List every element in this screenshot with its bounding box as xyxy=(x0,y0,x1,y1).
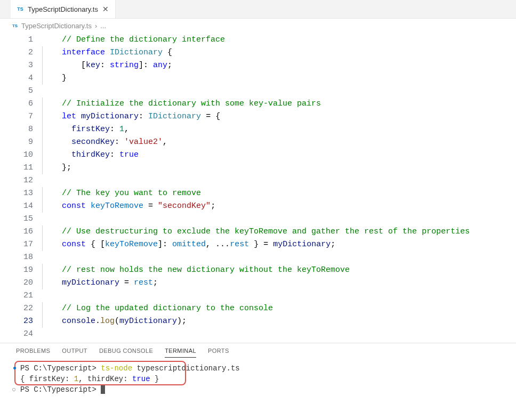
line-number: 8 xyxy=(11,123,33,136)
line-number-gutter: 123456789101112131415161718192021222324 xyxy=(0,34,43,343)
panel-tab-problems[interactable]: PROBLEMS xyxy=(16,348,50,358)
code-line[interactable]: interface IDictionary { xyxy=(43,46,516,59)
line-number: 24 xyxy=(11,328,33,341)
panel-tab-terminal[interactable]: TERMINAL xyxy=(165,348,196,358)
code-line[interactable]: [key: string]: any; xyxy=(43,59,516,72)
terminal-command: ts-node xyxy=(101,364,132,373)
terminal-idle-indicator-icon: ○ xyxy=(12,384,16,395)
line-number: 22 xyxy=(11,302,33,315)
typescript-file-icon: TS xyxy=(11,21,19,30)
panel-tab-output[interactable]: OUTPUT xyxy=(62,348,87,358)
code-line[interactable] xyxy=(43,174,516,187)
terminal-active-indicator-icon: ● xyxy=(13,363,17,374)
terminal-output-mid: , thirdKey: xyxy=(78,375,132,383)
terminal-arg: typescriptdictionary.ts xyxy=(132,364,240,373)
close-icon[interactable]: ✕ xyxy=(101,5,110,13)
typescript-file-icon: TS xyxy=(16,5,25,13)
code-line[interactable]: firstKey: 1, xyxy=(43,123,516,136)
breadcrumb-file-label: TypeScriptDictionary.ts xyxy=(21,22,92,30)
code-line[interactable]: const { [keyToRemove]: omitted, ...rest … xyxy=(43,238,516,251)
code-line[interactable]: } xyxy=(43,72,516,85)
line-number: 18 xyxy=(11,251,33,264)
line-number: 15 xyxy=(11,213,33,225)
bottom-panel: PROBLEMSOUTPUTDEBUG CONSOLETERMINALPORTS… xyxy=(0,343,516,420)
line-number: 7 xyxy=(11,110,33,123)
code-line[interactable]: }; xyxy=(43,161,516,174)
terminal-prompt: PS C:\Typescript> xyxy=(20,385,101,394)
terminal-output: { firstKey: xyxy=(20,375,74,383)
code-line[interactable]: // Initialize the dictionary with some k… xyxy=(43,98,516,110)
code-line[interactable] xyxy=(43,251,516,264)
line-number: 17 xyxy=(11,238,33,251)
code-line[interactable]: secondKey: 'value2', xyxy=(43,136,516,149)
line-number: 5 xyxy=(11,85,33,98)
line-number: 23 xyxy=(11,315,33,328)
breadcrumb: TS TypeScriptDictionary.ts › ... xyxy=(0,19,516,33)
line-number: 3 xyxy=(11,59,33,72)
terminal-prompt: PS C:\Typescript> xyxy=(20,364,101,373)
line-number: 21 xyxy=(11,289,33,302)
terminal-cursor xyxy=(101,385,105,394)
line-number: 13 xyxy=(11,187,33,200)
code-line[interactable]: const keyToRemove = "secondKey"; xyxy=(43,200,516,213)
code-line[interactable] xyxy=(43,213,516,225)
line-number: 4 xyxy=(11,72,33,85)
line-number: 9 xyxy=(11,136,33,149)
code-line[interactable]: // rest now holds the new dictionary wit… xyxy=(43,264,516,277)
line-number: 11 xyxy=(11,161,33,174)
code-line[interactable]: let myDictionary: IDictionary = { xyxy=(43,110,516,123)
breadcrumb-separator: › xyxy=(95,22,97,30)
tab-filename: TypeScriptDictionary.ts xyxy=(28,5,98,13)
terminal[interactable]: ● PS C:\Typescript> ts-node typescriptdi… xyxy=(0,358,516,420)
breadcrumb-more[interactable]: ... xyxy=(100,22,106,30)
tab-bar: TS TypeScriptDictionary.ts ✕ xyxy=(0,0,516,19)
code-content[interactable]: // Define the dictionary interface inter… xyxy=(43,34,516,343)
code-line[interactable] xyxy=(43,289,516,302)
code-line[interactable]: // The key you want to remove xyxy=(43,187,516,200)
terminal-output-end: } xyxy=(150,375,159,383)
code-line[interactable] xyxy=(43,328,516,341)
code-line[interactable]: // Log the updated dictionary to the con… xyxy=(43,302,516,315)
line-number: 10 xyxy=(11,149,33,161)
line-number: 1 xyxy=(11,34,33,46)
code-line[interactable]: // Use destructuring to exclude the keyT… xyxy=(43,225,516,238)
panel-tabs: PROBLEMSOUTPUTDEBUG CONSOLETERMINALPORTS xyxy=(0,343,516,358)
panel-tab-debug-console[interactable]: DEBUG CONSOLE xyxy=(99,348,153,358)
line-number: 16 xyxy=(11,225,33,238)
line-number: 14 xyxy=(11,200,33,213)
code-line[interactable] xyxy=(43,85,516,98)
code-line[interactable]: thirdKey: true xyxy=(43,149,516,161)
panel-tab-ports[interactable]: PORTS xyxy=(208,348,229,358)
line-number: 12 xyxy=(11,174,33,187)
terminal-output-number: 1 xyxy=(74,375,78,383)
line-number: 2 xyxy=(11,46,33,59)
line-number: 19 xyxy=(11,264,33,277)
breadcrumb-file[interactable]: TS TypeScriptDictionary.ts xyxy=(11,21,92,30)
code-editor[interactable]: 123456789101112131415161718192021222324 … xyxy=(0,33,516,343)
code-line[interactable]: myDictionary = rest; xyxy=(43,277,516,289)
code-line[interactable]: // Define the dictionary interface xyxy=(43,34,516,46)
editor-tab[interactable]: TS TypeScriptDictionary.ts ✕ xyxy=(11,0,116,18)
line-number: 20 xyxy=(11,277,33,289)
line-number: 6 xyxy=(11,98,33,110)
terminal-output-bool: true xyxy=(132,375,150,383)
code-line[interactable]: console.log(myDictionary); xyxy=(43,315,516,328)
